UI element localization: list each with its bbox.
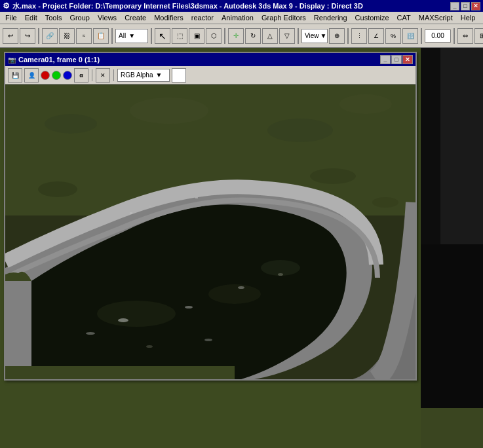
channel-arrow: ▼ [155, 71, 162, 79]
toolbar-separator-3 [151, 28, 152, 44]
rotate-button[interactable]: ↻ [245, 28, 261, 44]
menu-modifiers[interactable]: Modifiers [150, 12, 187, 23]
toolbar-separator-5 [298, 28, 299, 44]
scale-type[interactable]: ▽ [279, 28, 295, 44]
coord-arrow: ▼ [320, 32, 327, 39]
toolbar-separator-7 [421, 28, 422, 44]
svg-point-7 [208, 284, 261, 304]
camera-toolbar: 💾 👤 α ✕ RGB Alpha ▼ [5, 66, 415, 84]
scale-button[interactable]: △ [262, 28, 278, 44]
close-button[interactable]: ✕ [471, 2, 480, 10]
channel-dropdown[interactable]: RGB Alpha ▼ [117, 69, 170, 82]
camera-viewport: 📷 Camera01, frame 0 (1:1) _ □ ✕ 💾 👤 α ✕ [4, 52, 417, 381]
right-panel [421, 48, 483, 448]
title-controls: _ □ ✕ [450, 2, 480, 10]
unlink-button[interactable]: ⛓ [59, 28, 75, 44]
toolbar-separator-8 [454, 28, 455, 44]
cam-close-preview[interactable]: ✕ [96, 68, 110, 83]
render-image [5, 84, 415, 379]
spinner-snap[interactable]: 🔢 [402, 28, 418, 44]
svg-point-17 [38, 181, 77, 197]
menu-views[interactable]: Views [94, 12, 121, 23]
svg-point-6 [97, 301, 176, 327]
mirror-button[interactable]: ⇔ [457, 28, 473, 44]
menu-animation[interactable]: Animation [218, 12, 258, 23]
lasso-button[interactable]: ⬡ [206, 28, 222, 44]
filter-dropdown[interactable]: All ▼ [115, 29, 148, 43]
menu-bar: File Edit Tools Group Views Create Modif… [0, 12, 483, 24]
select-region-button[interactable]: ⬚ [172, 28, 187, 44]
svg-rect-27 [421, 408, 483, 448]
svg-point-5 [339, 94, 392, 114]
main-content: 📷 Camera01, frame 0 (1:1) _ □ ✕ 💾 👤 α ✕ [0, 48, 483, 448]
cam-red-circle[interactable] [41, 71, 50, 80]
cam-toolbar-divider-1 [92, 69, 92, 81]
camera-title: Camera01, frame 0 (1:1) [18, 56, 100, 64]
title-text: 水.max - Project Folder: D:\Temporary Int… [12, 1, 450, 11]
menu-maxscript[interactable]: MAXScript [415, 12, 457, 23]
select-region-type[interactable]: ▣ [189, 28, 204, 44]
menu-edit[interactable]: Edit [21, 12, 41, 23]
toolbar-separator-4 [224, 28, 225, 44]
svg-point-11 [238, 286, 244, 289]
camera-close[interactable]: ✕ [402, 55, 413, 64]
menu-rendering[interactable]: Rendering [310, 12, 351, 23]
align-button[interactable]: ⊞ [474, 28, 483, 44]
coord-x-input[interactable] [425, 29, 451, 43]
svg-point-4 [267, 119, 333, 142]
coord-value: View [305, 32, 319, 39]
cam-save-btn[interactable]: 💾 [8, 68, 22, 83]
bind-space-warp[interactable]: ≈ [76, 28, 92, 44]
filter-arrow: ▼ [128, 32, 135, 39]
minimize-button[interactable]: _ [450, 2, 459, 10]
svg-rect-22 [195, 197, 198, 198]
scene-svg [5, 84, 415, 379]
pivot-button[interactable]: ⊕ [329, 28, 345, 44]
toolbar: ↩ ↪ 🔗 ⛓ ≈ 📋 All ▼ ↖ ⬚ ▣ ⬡ ✛ ↻ △ ▽ View ▼… [0, 24, 483, 48]
camera-minimize[interactable]: _ [380, 55, 391, 64]
viewport-area: 📷 Camera01, frame 0 (1:1) _ □ ✕ 💾 👤 α ✕ [0, 48, 421, 448]
svg-point-13 [86, 332, 95, 335]
svg-point-9 [118, 318, 128, 322]
maximize-button[interactable]: □ [461, 2, 470, 10]
menu-create[interactable]: Create [121, 12, 150, 23]
svg-rect-20 [130, 212, 132, 214]
channel-label: RGB Alpha [121, 71, 153, 79]
cam-people-btn[interactable]: 👤 [24, 68, 39, 83]
cam-green-circle[interactable] [52, 71, 61, 80]
select-button[interactable]: ↖ [155, 28, 170, 44]
svg-point-2 [45, 114, 97, 134]
app-icon: ⚙ [3, 1, 10, 10]
move-button[interactable]: ✛ [228, 28, 244, 44]
object-properties[interactable]: 📋 [93, 28, 109, 44]
camera-window-controls: _ □ ✕ [380, 55, 413, 64]
undo-button[interactable]: ↩ [3, 28, 18, 44]
color-swatch[interactable] [172, 68, 186, 83]
svg-point-10 [185, 306, 193, 308]
camera-icon: 📷 [8, 56, 16, 64]
angle-snap[interactable]: ∠ [368, 28, 384, 44]
select-link-button[interactable]: 🔗 [42, 28, 58, 44]
menu-cat[interactable]: CAT [393, 12, 415, 23]
camera-restore[interactable]: □ [391, 55, 402, 64]
toolbar-separator-6 [347, 28, 349, 44]
menu-group[interactable]: Group [66, 12, 94, 23]
cam-toolbar-divider-2 [113, 69, 114, 81]
menu-reactor[interactable]: reactor [187, 12, 218, 23]
menu-graph-editors[interactable]: Graph Editors [258, 12, 310, 23]
svg-point-12 [278, 273, 283, 276]
snap-toggle[interactable]: ⋮ [351, 28, 367, 44]
menu-help[interactable]: Help [457, 12, 480, 23]
svg-point-18 [310, 168, 356, 184]
coord-dropdown[interactable]: View ▼ [301, 29, 328, 43]
menu-customize[interactable]: Customize [351, 12, 393, 23]
percent-snap[interactable]: % [385, 28, 401, 44]
menu-file[interactable]: File [1, 12, 21, 23]
menu-tools[interactable]: Tools [41, 12, 66, 23]
title-bar: ⚙ 水.max - Project Folder: D:\Temporary I… [0, 0, 483, 12]
svg-point-15 [204, 339, 212, 341]
redo-button[interactable]: ↪ [20, 28, 35, 44]
svg-rect-21 [149, 206, 151, 208]
cam-alpha-btn[interactable]: α [74, 68, 88, 83]
cam-blue-circle[interactable] [63, 71, 72, 80]
